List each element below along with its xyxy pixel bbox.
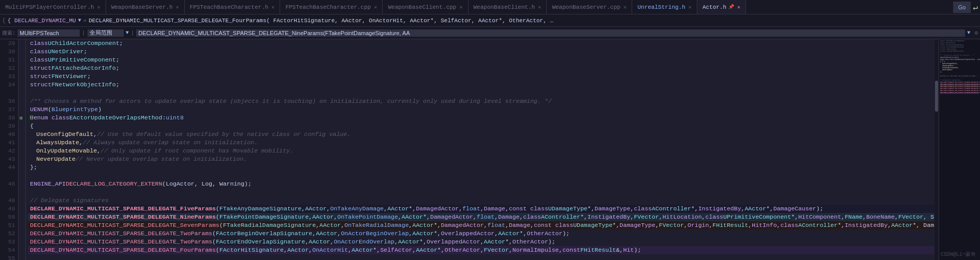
- gutter-line-42: 42: [0, 147, 18, 155]
- tab-close-icon[interactable]: ✕: [97, 4, 100, 10]
- tab-close-icon[interactable]: ✕: [271, 4, 274, 10]
- gutter-line-47: [0, 188, 18, 196]
- breadcrumb-dropdown-icon[interactable]: ▼: [78, 18, 81, 23]
- code-line-49: DECLARE_DYNAMIC_MULTICAST_SPARSE_DELEGAT…: [28, 205, 934, 213]
- gutter-line-55: 55: [0, 254, 18, 260]
- code-line-53: DECLARE_DYNAMIC_MULTICAST_SPARSE_DELEGAT…: [28, 238, 934, 246]
- fold-49: [19, 205, 25, 213]
- go-arrow-icon[interactable]: ↵: [973, 2, 978, 12]
- fold-40: [19, 130, 25, 139]
- tab-fpsteachbasecharacter-cpp[interactable]: FPSTeachBaseCharacter.cpp ✕: [280, 0, 383, 14]
- fold-46: [19, 180, 25, 188]
- fold-35: [19, 89, 25, 97]
- breadcrumb-prefix[interactable]: { DECLARE_DYNAMIC_MU: [8, 18, 76, 24]
- tab-close-icon[interactable]: ✕: [459, 4, 462, 10]
- tab-close-icon[interactable]: ✕: [689, 4, 692, 10]
- gutter-line-37: 37: [0, 105, 18, 114]
- tab-label: WeaponBaseServer.cpp: [552, 4, 620, 10]
- fold-44: [19, 163, 25, 172]
- fold-34: [19, 81, 25, 89]
- tab-close-icon[interactable]: ✕: [737, 4, 740, 10]
- gutter-line-41: 41: [0, 139, 18, 147]
- gutter-line-53: 53: [0, 238, 18, 246]
- fold-30: [19, 48, 25, 56]
- fold-36: [19, 97, 25, 105]
- gutter-line-48: 48: [0, 196, 18, 205]
- tab-close-icon[interactable]: ✕: [374, 4, 377, 10]
- fold-50: [19, 213, 25, 221]
- scrollbar-thumb[interactable]: [935, 81, 938, 112]
- fold-54: [19, 246, 25, 254]
- code-line-29: class UChildActorComponent;: [28, 39, 934, 48]
- tab-label: FPSTeachBaseCharacter.cpp: [285, 4, 371, 10]
- gutter-line-39: 39: [0, 122, 18, 130]
- fold-43: [19, 155, 25, 163]
- breadcrumb-bar: { { DECLARE_DYNAMIC_MU ▼ » DECLARE_DYNAM…: [0, 14, 980, 27]
- gutter-line-35: [0, 89, 18, 97]
- code-line-38: ⊟enum class EActorUpdateOverlapsMethod :…: [28, 114, 934, 122]
- tab-fpsteachbasecharacter-h[interactable]: FPSTeachBaseCharacter.h ✕: [185, 0, 281, 14]
- search-separator2: |: [131, 30, 135, 36]
- gutter-line-38: 38: [0, 114, 18, 122]
- tab-label: WeaponBaseClient.cpp: [388, 4, 456, 10]
- search-scope-dropdown-icon[interactable]: ▼: [126, 30, 129, 36]
- code-line-40: UseConfigDefault, // Use the default val…: [28, 130, 934, 139]
- gutter-line-29: 29: [0, 39, 18, 48]
- gutter-line-52: 52: [0, 230, 18, 238]
- search-scope-input[interactable]: [87, 29, 124, 37]
- tab-close-icon[interactable]: ✕: [623, 4, 626, 10]
- code-line-48: // Delegate signatures: [28, 196, 934, 205]
- fold-48: [19, 196, 25, 205]
- tab-label: UnrealString.h: [637, 4, 685, 10]
- tab-close-icon[interactable]: ✕: [176, 4, 179, 10]
- minimap-content: class UChildActorComponent; class UNetDr…: [939, 39, 980, 95]
- tab-label: Actor.h: [703, 4, 726, 10]
- gutter-line-34: 34: [0, 81, 18, 89]
- gutter-line-30: 30: [0, 48, 18, 56]
- gutter-line-49: 49: [0, 205, 18, 213]
- breadcrumb-brace: {: [2, 18, 6, 24]
- code-line-34: struct FNetworkObjectInfo;: [28, 81, 934, 89]
- search-result-input[interactable]: [136, 29, 965, 37]
- tab-multifpsplayercontroller[interactable]: MultiFPSPlayerController.h ✕: [0, 0, 106, 14]
- tab-close-icon[interactable]: ✕: [538, 4, 541, 10]
- go-button[interactable]: Go: [953, 2, 971, 13]
- watermark: CSDN@Li~蒙奇: [941, 251, 976, 258]
- code-line-50: DECLARE_DYNAMIC_MULTICAST_SPARSE_DELEGAT…: [28, 213, 934, 221]
- gutter-line-31: 31: [0, 56, 18, 64]
- search-result-dropdown-icon[interactable]: ▼: [967, 30, 970, 36]
- code-line-30: class UNetDriver;: [28, 48, 934, 56]
- tab-unrealstring[interactable]: UnrealString.h ✕: [632, 0, 697, 14]
- tab-label: WeaponBaseClient.h: [474, 4, 535, 10]
- code-line-39: {: [28, 122, 934, 130]
- search-separator: |: [82, 30, 85, 36]
- fold-42: [19, 147, 25, 155]
- tab-weaponbaseserver-cpp[interactable]: WeaponBaseServer.cpp ✕: [547, 0, 632, 14]
- vertical-scrollbar[interactable]: [934, 39, 939, 260]
- code-editor[interactable]: class UChildActorComponent; class UNetDr…: [26, 39, 934, 260]
- search-label: 搜索:: [2, 29, 16, 37]
- fold-31: [19, 56, 25, 64]
- tab-label: MultiFPSPlayerController.h: [5, 4, 94, 10]
- search-input[interactable]: [18, 29, 80, 37]
- tab-weaponbaseclient-h[interactable]: WeaponBaseClient.h ✕: [469, 0, 547, 14]
- tab-pin-icon: 📌: [728, 4, 734, 10]
- fold-55: [19, 254, 25, 260]
- code-line-45: [28, 172, 934, 180]
- fold-53: [19, 238, 25, 246]
- fold-33: [19, 72, 25, 81]
- code-line-37: UENUM(BlueprintType): [28, 105, 934, 114]
- fold-gutter: ⊟: [19, 39, 26, 260]
- fold-52: [19, 230, 25, 238]
- tab-weaponbaseclient-cpp[interactable]: WeaponBaseClient.cpp ✕: [383, 0, 468, 14]
- code-line-32: struct FAttachedActorInfo;: [28, 64, 934, 72]
- fold-39: [19, 122, 25, 130]
- fold-32: [19, 64, 25, 72]
- search-settings-icon[interactable]: ⚙: [974, 29, 978, 36]
- code-line-36: /** Chooses a method for actors to updat…: [28, 97, 934, 105]
- tab-weaponbaseserver-h[interactable]: WeaponBaseServer.h ✕: [106, 0, 185, 14]
- fold-38[interactable]: ⊟: [19, 114, 25, 122]
- tab-actor-h[interactable]: Actor.h 📌 ✕: [697, 0, 746, 14]
- code-line-51: DECLARE_DYNAMIC_MULTICAST_SPARSE_DELEGAT…: [28, 221, 934, 230]
- code-line-52: DECLARE_DYNAMIC_MULTICAST_SPARSE_DELEGAT…: [28, 230, 934, 238]
